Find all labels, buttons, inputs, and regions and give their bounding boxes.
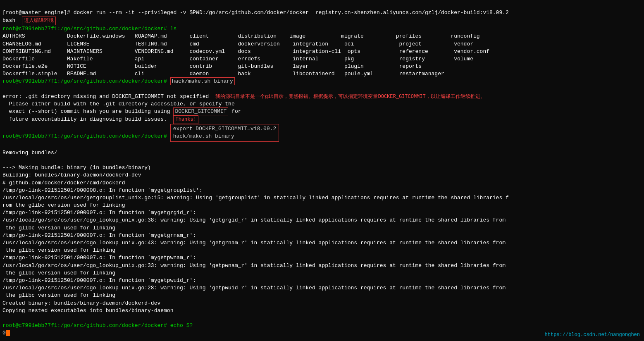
cmd-box-gitcommit: DOCKER_GITCOMMIT <box>173 107 228 115</box>
annotation-git-error: 我的源码目录不是一个git目录，竟然报错。根据提示，可以指定环境变量DOCKER… <box>215 94 485 100</box>
annotation-enter-compile: 进入编译环境 <box>22 17 56 25</box>
watermark: https://blog.csdn.net/nangonghen <box>545 331 640 339</box>
cursor <box>6 330 10 336</box>
terminal-window: [root@master engine]# docker run --rm -i… <box>0 0 644 339</box>
export-block: export DOCKER_GITCOMMIT=v18.09.2 hack/ma… <box>170 124 279 141</box>
annotation-thanks: Thanks! <box>173 115 198 124</box>
cmd-box-1: hack/make.sh binary <box>170 77 235 85</box>
prompt-line-1: [root@master engine]# docker run --rm -i… <box>2 10 509 336</box>
